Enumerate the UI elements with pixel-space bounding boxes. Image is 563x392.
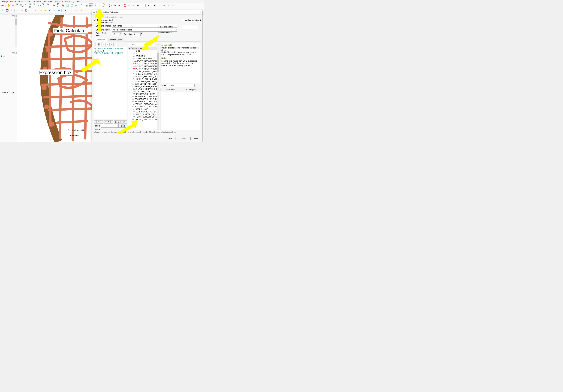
- menu-processing[interactable]: Processing: [64, 0, 74, 2]
- field-item[interactable]: 📅DEACTIVATION_DATE: [128, 93, 159, 95]
- field-item[interactable]: abcTRANSPORT_LINE_TYP…: [128, 95, 159, 98]
- menu-raster[interactable]: Raster: [25, 0, 31, 2]
- field-item[interactable]: 123RIGHT_NUMBER_OF_L…: [128, 113, 159, 116]
- pan-icon[interactable]: ✋: [7, 3, 11, 7]
- close-icon[interactable]: ✕: [199, 11, 201, 13]
- op-eq[interactable]: =: [94, 120, 97, 124]
- field-item[interactable]: 123MODIFY_INTEGRATION…: [128, 65, 159, 68]
- export-expr-icon[interactable]: ⬆: [113, 43, 117, 46]
- expand-icon[interactable]: ⬆: [1, 55, 2, 57]
- ten-samples-button[interactable]: 10 Samples: [181, 88, 201, 91]
- field-item[interactable]: abcDATA_CAPTURE_METH…: [128, 85, 159, 88]
- menu-plugins[interactable]: Plugins: [10, 0, 16, 2]
- temporal-icon[interactable]: 🕐: [70, 3, 74, 7]
- op-minus[interactable]: -: [100, 120, 103, 124]
- field-item[interactable]: 123OBJECTID: [128, 55, 159, 58]
- menu-web[interactable]: Web: [42, 0, 46, 2]
- redo-icon[interactable]: ↷: [33, 8, 37, 12]
- op-mul[interactable]: *: [107, 120, 110, 124]
- panel-scrollbar[interactable]: [15, 18, 17, 47]
- update-existing-checkbox[interactable]: [182, 19, 184, 21]
- menu-mmqgis[interactable]: MMQGIS: [55, 0, 63, 2]
- field-item[interactable]: 📅CAPTURE_DATE: [128, 90, 159, 93]
- save-edits-icon[interactable]: 💾: [5, 8, 9, 12]
- field-item[interactable]: 123CREATE_PARTNER_ORG…: [128, 70, 159, 73]
- select-rect-icon[interactable]: ▭▾: [63, 8, 66, 12]
- stats-icon[interactable]: Σ: [98, 3, 102, 7]
- refresh-icon[interactable]: ⟳: [74, 3, 78, 7]
- topology-icon[interactable]: 〰: [158, 3, 162, 7]
- tree-scrollbar[interactable]: [157, 47, 159, 130]
- deselect-icon[interactable]: ▭▾: [79, 8, 82, 12]
- field-item[interactable]: abcTRANSPORT_LINE_SUR…: [128, 98, 159, 101]
- field-item[interactable]: abcCREATE_PARTNER_ORG: [128, 73, 159, 75]
- values-list[interactable]: [160, 92, 201, 130]
- edit-expr-icon[interactable]: ✎: [102, 43, 105, 46]
- menu-database[interactable]: Database: [33, 0, 41, 2]
- field-calc-icon[interactable]: ▦=: [89, 3, 93, 7]
- attr-table-icon[interactable]: ▦: [85, 3, 89, 7]
- ok-button[interactable]: OK: [166, 137, 176, 140]
- panel2-undock-icon[interactable]: ❐: [12, 52, 14, 54]
- snapping-icon[interactable]: 🧲: [123, 3, 127, 7]
- panel-undock-icon[interactable]: ❐: [12, 15, 14, 17]
- select-poly-icon[interactable]: ▱▾: [68, 8, 72, 12]
- panel-close-icon[interactable]: ✕: [14, 15, 17, 17]
- toolbox-icon[interactable]: ⚙: [93, 3, 97, 7]
- values-search[interactable]: [166, 84, 194, 87]
- new-map-icon[interactable]: 🗺: [52, 3, 56, 7]
- field-item[interactable]: 123MODIFY_PARTNER_OR…: [128, 75, 159, 78]
- menu-vector[interactable]: Vector: [18, 0, 23, 2]
- op-concat[interactable]: ||: [114, 120, 117, 124]
- feature-combo[interactable]: ▾: [101, 124, 119, 128]
- zoom-out-icon[interactable]: 🔍-: [20, 3, 24, 7]
- field-item[interactable]: abcTRANSPORT_LINE_DIVI…: [128, 101, 159, 103]
- output-field-length[interactable]: ▴▾: [112, 33, 122, 36]
- layer-item[interactable]: …NSPORT_LINE: [0, 91, 17, 94]
- zoom-in-icon[interactable]: 🔍+: [15, 3, 19, 7]
- field-item[interactable]: 123TOTAL_NUMBER_OF_L…: [128, 116, 159, 118]
- update-field-combo[interactable]: [182, 25, 198, 29]
- field-item[interactable]: 123TRANSPORT_LINE_ID: [128, 58, 159, 60]
- op-pow[interactable]: ^: [110, 120, 113, 124]
- copy-icon[interactable]: ⎘: [20, 8, 24, 12]
- field-item[interactable]: 📅CREATE_INTEGRATION…: [128, 63, 159, 65]
- field-item[interactable]: 123CREATE_INTEGRATION…: [128, 60, 159, 63]
- tracing-icon[interactable]: ✐: [127, 3, 131, 7]
- tab-function-editor[interactable]: Function Editor: [107, 38, 124, 42]
- field-item[interactable]: 123fid: [128, 52, 159, 55]
- modify-icon[interactable]: ✎: [171, 3, 175, 7]
- style-icon[interactable]: ◆a: [1, 3, 5, 7]
- select-expr-icon[interactable]: ε▾: [73, 8, 77, 12]
- menu-help[interactable]: Help: [76, 0, 80, 2]
- op-div[interactable]: /: [104, 120, 107, 124]
- tab-expression[interactable]: Expression: [94, 38, 107, 42]
- collapse-icon[interactable]: ▭: [3, 55, 5, 57]
- measure-icon[interactable]: 📏▾: [102, 3, 106, 7]
- new-3d-icon[interactable]: 🗺+: [57, 3, 61, 7]
- edit-icon[interactable]: ✎: [1, 8, 5, 12]
- topo-check-icon[interactable]: ◉: [162, 3, 166, 7]
- pan-to-selection-icon[interactable]: ✥: [11, 3, 15, 7]
- cancel-button[interactable]: Cancel: [177, 137, 189, 140]
- save-expr-icon[interactable]: 💾: [98, 43, 101, 46]
- new-bookmark-icon[interactable]: 🔖: [61, 3, 65, 7]
- identify-icon[interactable]: ⓘ: [80, 3, 84, 7]
- new-scratch-icon[interactable]: ▦: [57, 8, 61, 12]
- import-expr-icon[interactable]: ⬇: [109, 43, 113, 46]
- field-item[interactable]: 📅MODIFY_INTEGRATION…: [128, 68, 159, 70]
- help-button[interactable]: Help: [191, 137, 201, 140]
- zoom-layer-icon[interactable]: 🔍▬: [33, 3, 37, 7]
- zoom-last-icon[interactable]: 🔍←: [42, 3, 46, 7]
- map-tips-icon[interactable]: 💬: [108, 3, 112, 7]
- expression-box[interactable]: if( "TOTAL_NUMBER_OF_LANES" IS NULL, 2, …: [94, 47, 127, 120]
- delete-expr-icon[interactable]: 🗑: [105, 43, 109, 46]
- field-item[interactable]: 123LEFT_NUMBER_OF_LA…: [128, 111, 159, 113]
- zoom-full-icon[interactable]: ⛶: [24, 3, 28, 7]
- field-item[interactable]: abcCUSTODIAN_PARTNER_…: [128, 83, 159, 85]
- field-item[interactable]: 123SPEED_LIMIT: [128, 108, 159, 111]
- fields-tree[interactable]: ▾Fields and Values NULL123fid123OBJECTID…: [128, 47, 159, 130]
- new-expr-icon[interactable]: 📄: [94, 43, 97, 46]
- menu-settings[interactable]: Settings: [1, 0, 8, 2]
- snapping-unit[interactable]: px▾: [146, 4, 156, 7]
